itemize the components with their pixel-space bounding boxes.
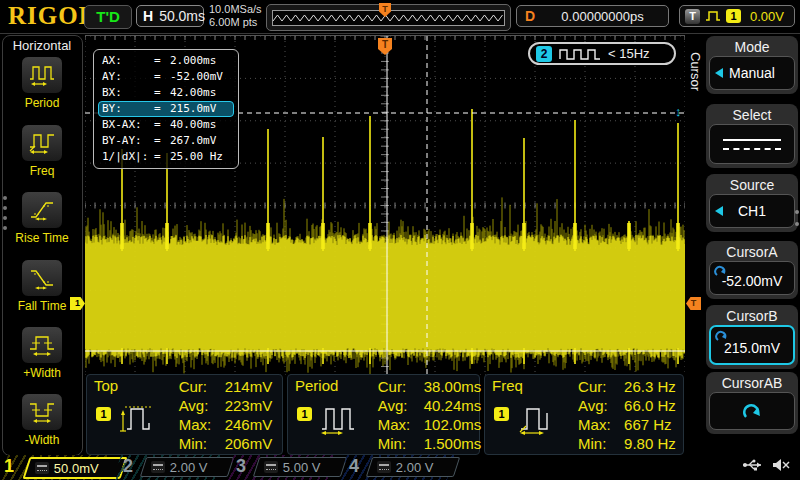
readout-row: BY-AY:=267.0mV: [98, 133, 234, 149]
cursor-menu: Cursor Mode Manual Select Source CH1 Cur…: [686, 34, 800, 457]
waveform-display[interactable]: AX:=2.000ms AY:=-52.00mV BX:=42.00ms BY:…: [85, 35, 685, 375]
trigger-status-badge[interactable]: T'D: [84, 5, 132, 29]
measurement-values: Cur:38.00ms Avg:40.24ms Max:102.0ms Min:…: [378, 377, 482, 453]
measurement-box-top[interactable]: Top 1 Cur:214mV Avg:223mV Max:246mV Min:…: [86, 374, 283, 455]
cursor-b-section: CursorB 215.0mV: [706, 305, 798, 369]
timebase-box[interactable]: H 50.0ms: [136, 5, 204, 27]
waveform-preview[interactable]: T: [266, 4, 511, 31]
trigger-channel-badge: 1: [726, 9, 741, 23]
sample-rate-info: 10.0MSa/s 6.00M pts: [209, 3, 262, 29]
cursor-readout-panel: AX:=2.000ms AY:=-52.00mV BX:=42.00ms BY:…: [93, 49, 239, 169]
right-menu-page-dots: [795, 210, 799, 226]
coupling-icon: [264, 461, 278, 473]
top-measure-icon: [117, 401, 157, 435]
cursor-line-styles-icon: [723, 139, 782, 150]
mode-section: Mode Manual: [706, 36, 798, 94]
cursor-ab-button[interactable]: [709, 392, 795, 430]
neg-width-icon: [21, 393, 63, 431]
cursor-b-button[interactable]: 215.0mV: [709, 325, 795, 365]
mode-button[interactable]: Manual: [709, 56, 795, 90]
freq-measure-icon: [515, 401, 555, 435]
memory-depth: 6.00M pts: [209, 16, 262, 29]
square-wave-icon: [559, 48, 601, 60]
cursor-b-handle-icon[interactable]: ↕: [675, 104, 682, 119]
left-menu-title: Horizontal: [0, 38, 84, 53]
rise-time-icon: [21, 191, 63, 229]
channel-1-badge: 1: [96, 407, 111, 421]
cursor-a-section: CursorA -52.00mV: [706, 241, 798, 299]
channel-3-slot[interactable]: 3 5.00 V: [226, 455, 338, 480]
channel-3-scale-box[interactable]: 5.00 V: [253, 457, 347, 477]
period-measure-icon: [318, 401, 358, 435]
channel-2-badge: 2: [536, 46, 552, 62]
readout-row: BX:=42.00ms: [98, 85, 234, 101]
channel-2-slot[interactable]: 2 2.00 V: [113, 455, 225, 480]
coupling-icon: [35, 462, 49, 474]
measure-item-pos-width[interactable]: +Width: [0, 326, 84, 380]
freq-limit-text: < 15Hz: [608, 46, 650, 61]
speaker-muted-icon[interactable]: [772, 458, 790, 472]
coupling-icon: [151, 461, 165, 473]
coupling-icon: [377, 461, 391, 473]
top-bar: RIGOL T'D H 50.0ms 10.0MSa/s 6.00M pts T…: [0, 0, 800, 34]
channel-status-bar: 1 50.0mV 2 2.00 V 3 5.00 V 4: [0, 455, 800, 480]
trigger-level-value: 0.00V: [750, 9, 784, 24]
cursor-ab-section: CursorAB: [706, 372, 798, 434]
measurement-values: Cur:214mV Avg:223mV Max:246mV Min:206mV: [179, 377, 273, 453]
rotate-knob-icon: [715, 330, 728, 342]
readout-row: 1/|dX|:=25.00 Hz: [98, 149, 234, 165]
pos-width-icon: [21, 326, 63, 364]
source-section: Source CH1: [706, 174, 798, 232]
channel-1-badge: 1: [297, 407, 312, 421]
readout-row: AX:=2.000ms: [98, 53, 234, 69]
channel-1-badge: 1: [494, 407, 509, 421]
measurement-box-period[interactable]: Period 1 Cur:38.00ms Avg:40.24ms Max:102…: [287, 374, 480, 455]
usb-icon: [742, 458, 764, 472]
left-measure-menu: Horizontal Period Freq Rise Time Fall Ti…: [0, 34, 84, 456]
period-icon: [21, 56, 63, 94]
select-button[interactable]: [709, 124, 795, 164]
select-section: Select: [706, 104, 798, 168]
channel-1-scale-box[interactable]: 50.0mV: [22, 457, 127, 479]
timebase-value: 50.0ms: [159, 8, 205, 24]
measure-item-rise-time[interactable]: Rise Time: [0, 191, 84, 245]
horizontal-label: H: [143, 8, 153, 24]
sample-rate: 10.0MSa/s: [209, 3, 262, 16]
rotate-knob-icon: [714, 265, 727, 277]
oscilloscope-screen: RIGOL T'D H 50.0ms 10.0MSa/s 6.00M pts T…: [0, 0, 800, 480]
readout-row: AY:=-52.00mV: [98, 69, 234, 85]
channel-2-scale-box[interactable]: 2.00 V: [140, 457, 234, 477]
delay-value: 0.00000000ps: [561, 9, 643, 24]
measurement-box-freq[interactable]: Freq 1 Cur:26.3 Hz Avg:66.0 Hz Max:667 H…: [484, 374, 684, 455]
delay-label: D: [525, 8, 535, 24]
measure-item-period[interactable]: Period: [0, 56, 84, 110]
channel-4-slot[interactable]: 4 2.00 V: [339, 455, 455, 480]
freq-icon: [21, 124, 63, 162]
readout-row-highlighted: BY:=215.0mV: [98, 101, 234, 117]
measure-item-freq[interactable]: Freq: [0, 124, 84, 178]
cursor-a-button[interactable]: -52.00mV: [709, 261, 795, 295]
low-freq-badge: 2 < 15Hz: [528, 42, 676, 65]
measurement-values: Cur:26.3 Hz Avg:66.0 Hz Max:667 Hz Min:9…: [578, 377, 676, 453]
fall-time-icon: [21, 259, 63, 297]
readout-row: BX-AX:=40.00ms: [98, 117, 234, 133]
channel-4-scale-box[interactable]: 2.00 V: [366, 457, 460, 477]
delay-box[interactable]: D 0.00000000ps: [516, 5, 669, 27]
cursor-menu-tab: Cursor: [688, 52, 703, 91]
source-button[interactable]: CH1: [709, 194, 795, 228]
rotate-knob-icon: [742, 402, 762, 420]
measure-item-neg-width[interactable]: -Width: [0, 393, 84, 447]
left-triangle-icon: [715, 206, 723, 216]
trigger-box[interactable]: T 1 0.00V: [679, 5, 795, 27]
pulse-icon: [705, 10, 721, 22]
left-triangle-icon: [715, 68, 723, 78]
channel-1-slot[interactable]: 1 50.0mV: [0, 455, 112, 480]
trigger-label: T: [685, 9, 700, 24]
left-menu-page-dots: [3, 196, 7, 230]
